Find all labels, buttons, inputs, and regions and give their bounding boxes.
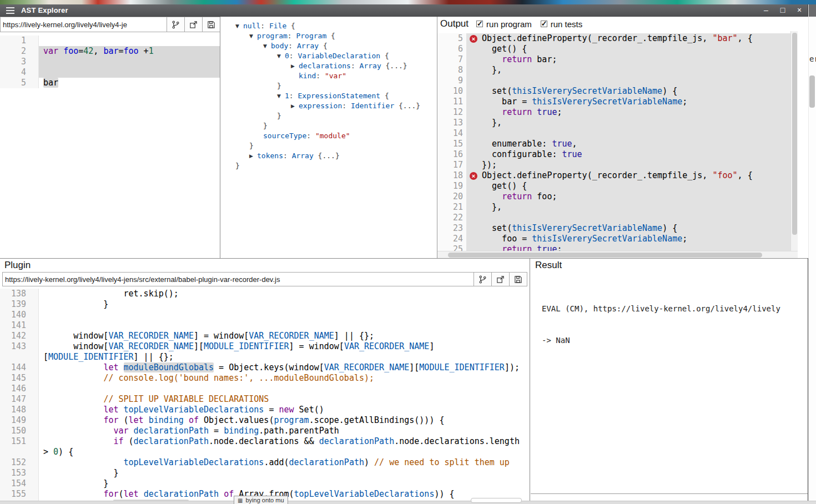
code-line[interactable]: 14 [437, 128, 790, 139]
ast-tree-pane[interactable]: ▼null: File {▼program: Program {▼body: A… [221, 17, 437, 258]
code-line[interactable]: 140 [0, 310, 530, 320]
output-vertical-scroll-thumb[interactable] [792, 33, 797, 235]
save-button[interactable] [203, 17, 220, 32]
code-line[interactable]: 147 // SPLIT UP VARIABLE DECLARATIONS [0, 394, 530, 405]
output-code-view[interactable]: 5×Object.defineProperty(_recorder_.tempf… [437, 31, 790, 251]
output-horizontal-scroll-thumb[interactable] [448, 253, 762, 258]
ast-node[interactable]: ▼0: VariableDeclaration { [221, 51, 437, 61]
open-external-button[interactable] [492, 272, 510, 286]
code-line[interactable]: 148 let topLevelVariableDeclarations = n… [0, 405, 530, 415]
code-text: tokens: Array {...} [257, 151, 340, 161]
code-line[interactable]: 139 } [0, 299, 530, 310]
code-line[interactable]: 16 configurable: true [437, 149, 790, 160]
code-line[interactable]: 2var foo=42, bar=foo +1 [0, 46, 220, 57]
ast-node[interactable]: } [221, 121, 437, 131]
code-line[interactable]: 11 bar = thisIsVererySecretVariableName; [437, 97, 790, 107]
code-line[interactable]: 12 return true; [437, 107, 790, 118]
collapse-icon[interactable]: ▼ [235, 21, 243, 31]
ast-node[interactable]: ▼null: File { [221, 21, 437, 31]
code-line[interactable]: 8 }, [437, 65, 790, 75]
code-line[interactable]: 17}); [437, 160, 790, 170]
expand-icon[interactable]: ▶ [291, 61, 299, 71]
code-text: 1: ExpressionStatement { [285, 91, 389, 101]
collapse-icon[interactable]: ▼ [249, 31, 257, 41]
code-line[interactable]: 19 get() { [437, 181, 790, 191]
code-line[interactable]: 143 window[VAR_RECORDER_NAME][MODULE_IDE… [0, 341, 530, 352]
code-line[interactable]: 13 }, [437, 118, 790, 128]
code-line[interactable]: 24 foo = thisIsVererySecretVariableName; [437, 234, 790, 244]
checkbox-icon[interactable] [476, 21, 483, 27]
ast-node[interactable]: ▶tokens: Array {...} [221, 151, 437, 161]
error-column [466, 128, 481, 139]
code-line[interactable]: 21 }, [437, 202, 790, 213]
code-line[interactable]: 150 var declarationPath = binding.path.p… [0, 426, 530, 436]
ast-node[interactable]: } [221, 81, 437, 91]
code-line[interactable]: 5×Object.defineProperty(_recorder_.tempf… [437, 33, 790, 44]
collapse-icon[interactable]: ▼ [277, 51, 285, 61]
open-external-button[interactable] [185, 17, 203, 32]
code-line[interactable]: 142 window[VAR_RECORDER_NAME] = window[V… [0, 331, 530, 341]
bottom-scrollbar-thumb[interactable] [471, 498, 522, 503]
expand-icon[interactable]: ▶ [291, 101, 299, 111]
output-checkboxes: run programrun tests [476, 19, 582, 29]
ast-node[interactable]: } [221, 161, 437, 171]
code-line[interactable]: 4 [0, 67, 220, 78]
code-line[interactable]: 18×Object.defineProperty(_recorder_.temp… [437, 170, 790, 181]
collapse-icon[interactable]: ▼ [263, 41, 271, 51]
code-line[interactable]: 152 topLevelVariableDeclarations.add(dec… [0, 457, 530, 468]
maximize-button[interactable]: □ [774, 4, 791, 17]
ast-node[interactable]: ▼program: Program { [221, 31, 437, 41]
code-line[interactable]: 146 [0, 384, 530, 394]
version-branch-button[interactable] [167, 17, 185, 32]
checkbox-run-program[interactable]: run program [476, 19, 532, 29]
code-text: set(thisIsVererySecretVariableName) { [481, 223, 790, 234]
code-line[interactable]: 6 get() { [437, 44, 790, 54]
ast-node[interactable]: ▼body: Array { [221, 41, 437, 51]
window-titlebar[interactable]: AST Explorer – □ × [0, 4, 808, 17]
code-line[interactable]: > 0) { [0, 447, 530, 457]
ast-node[interactable]: ▶expression: Identifier {...} [221, 101, 437, 111]
code-line[interactable]: 1 [0, 36, 220, 46]
background-scroll-thumb[interactable] [809, 75, 815, 108]
checkbox-run-tests[interactable]: run tests [541, 19, 583, 29]
code-line[interactable]: 151 if (declarationPath.node.declaration… [0, 436, 530, 447]
code-line[interactable]: 153 } [0, 468, 530, 478]
ast-node[interactable]: ▼1: ExpressionStatement { [221, 91, 437, 101]
code-line[interactable]: 3 [0, 57, 220, 67]
code-line[interactable]: 25 return true; [437, 244, 790, 251]
code-line[interactable]: 20 return foo; [437, 191, 790, 202]
background-window-fragment[interactable]: ▦ bying onto mu [234, 496, 288, 504]
save-button[interactable] [510, 272, 527, 286]
menu-icon[interactable] [6, 10, 14, 11]
expand-icon[interactable]: ▶ [249, 151, 257, 161]
code-line[interactable]: 149 for (let binding of Object.values(pr… [0, 415, 530, 426]
ast-node[interactable]: } [221, 141, 437, 151]
source-code-editor[interactable]: 12var foo=42, bar=foo +1345bar [0, 32, 220, 258]
plugin-code-editor[interactable]: 138 ret.skip();139 }140141142 window[VAR… [0, 286, 530, 501]
code-line[interactable]: 141 [0, 320, 530, 331]
code-line[interactable]: 154 } [0, 478, 530, 489]
code-line[interactable]: 23 set(thisIsVererySecretVariableName) { [437, 223, 790, 234]
checkbox-icon[interactable] [541, 21, 547, 27]
ast-node[interactable]: } [221, 111, 437, 121]
close-button[interactable]: × [791, 4, 808, 17]
ast-node[interactable]: ▶declarations: Array {...} [221, 61, 437, 71]
code-line[interactable]: 10 set(thisIsVererySecretVariableName) { [437, 86, 790, 97]
code-line[interactable]: 5bar [0, 78, 220, 88]
code-line[interactable]: 138 ret.skip(); [0, 289, 530, 299]
line-number: 19 [437, 181, 466, 191]
code-line[interactable]: [MODULE_IDENTIFIER] || {}; [0, 352, 530, 362]
ast-node[interactable]: kind: "var" [221, 71, 437, 81]
plugin-url-input[interactable] [2, 272, 474, 286]
collapse-icon[interactable]: ▼ [277, 91, 285, 101]
code-line[interactable]: 22 [437, 213, 790, 223]
ast-node[interactable]: sourceType: "module" [221, 131, 437, 141]
source-url-input[interactable] [0, 17, 167, 32]
code-line[interactable]: 144 let moduleBoundGlobals = Object.keys… [0, 362, 530, 373]
version-branch-button[interactable] [474, 272, 492, 286]
code-line[interactable]: 145 // console.log('bound names:', ...mo… [0, 373, 530, 384]
code-line[interactable]: 9 [437, 75, 790, 86]
code-line[interactable]: 7 return bar; [437, 54, 790, 65]
code-line[interactable]: 15 enumerable: true, [437, 139, 790, 149]
minimize-button[interactable]: – [758, 4, 774, 17]
